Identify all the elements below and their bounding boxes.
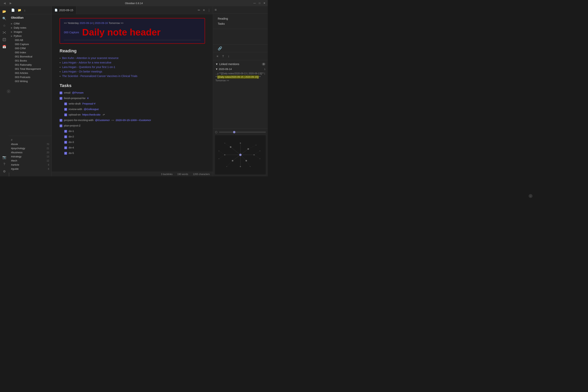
task-colleague-link[interactable]: @Colleague — [84, 108, 99, 111]
tag-strategy[interactable]: #strategy 13 — [8, 154, 52, 158]
svg-point-31 — [247, 148, 249, 150]
tag-business[interactable]: #business 20 — [8, 150, 52, 154]
nav-prefix: << Yesterday — [64, 22, 79, 24]
sidebar-item-001books[interactable]: 001 Books — [8, 58, 52, 63]
task-person-link[interactable]: @Person — [72, 91, 84, 94]
new-folder-button[interactable]: 📁 — [17, 8, 22, 12]
reading-heading: Reading — [60, 48, 205, 54]
calendar-icon[interactable]: 📅 — [1, 44, 8, 50]
camera-icon[interactable]: 📷 — [1, 154, 8, 160]
tag-psychology[interactable]: #psychology 21 — [8, 146, 52, 150]
edit-button[interactable]: ✏ — [197, 8, 201, 13]
task-customer-link[interactable]: @Customer — [95, 118, 110, 122]
help-icon[interactable]: ? — [1, 161, 8, 168]
task-checkbox[interactable] — [60, 97, 62, 100]
editor-area[interactable]: << Yesterday 2020-09-14 | 2020-09-16 Tom… — [52, 14, 213, 172]
sidebar-item-001biomedical[interactable]: 001 Biomedical — [8, 54, 52, 58]
tag-label: #article — [11, 163, 19, 166]
sidebar-item-images[interactable]: ▶ Images — [8, 30, 52, 34]
reading-link-3[interactable]: Lara Hogan - Questions for your first 1-… — [62, 66, 115, 68]
lm-entry-date-link[interactable]: ▼ 2020-09-14 — [216, 68, 232, 70]
task-checkbox[interactable] — [64, 102, 67, 105]
nav-links: << Yesterday 2020-09-14 | 2020-09-16 Tom… — [64, 22, 201, 24]
more-options-button[interactable]: ⋮ — [207, 8, 211, 13]
sidebar-item-003writing[interactable]: 003 Writing — [8, 79, 52, 83]
task-checkbox[interactable] — [60, 119, 62, 122]
tag-guide[interactable]: #guide 8 — [8, 167, 52, 171]
open-folder-icon[interactable]: 📂 — [1, 8, 8, 14]
file-label: 001 Biomedical — [15, 55, 32, 58]
maximize-button[interactable]: □ — [259, 2, 260, 4]
sidebar-item-000ab[interactable]: 000 AB — [8, 38, 52, 42]
reading-link-1[interactable]: Ben Kuhn - Attention is your scarcest re… — [62, 56, 118, 60]
sidebar-collapse-button[interactable]: ‹ — [7, 90, 10, 93]
nav-forward-button[interactable]: ▶ — [8, 1, 13, 5]
bullet-icon: • — [60, 75, 60, 78]
task-url-link[interactable]: https://web.site — [82, 113, 100, 116]
nav-back-button[interactable]: ◀ — [2, 1, 7, 5]
graph-zoom-slider[interactable] — [219, 132, 266, 132]
sidebar-item-000capture[interactable]: 000 Capture — [8, 42, 52, 46]
tag-label: #tech — [11, 159, 17, 162]
minimize-button[interactable]: — — [254, 2, 256, 4]
sidebar-item-daily-notes[interactable]: ▶ Daily notes — [8, 26, 52, 30]
task-checkbox[interactable] — [64, 130, 67, 133]
task-meeting-link[interactable]: 2020-09-15-1000 - Customer — [116, 118, 151, 122]
active-tab[interactable]: 📄 2020-09-15 — [52, 6, 76, 14]
tag-tech[interactable]: #tech 12 — [8, 158, 52, 163]
sidebar-scrollbar[interactable] — [8, 172, 10, 176]
reading-link-5[interactable]: The Scientist - Personalized Cancer Vacc… — [62, 74, 138, 78]
star-icon[interactable]: ☆ — [1, 22, 8, 28]
graph-view-icon[interactable] — [1, 30, 8, 36]
sidebar-item-001totalmanagement[interactable]: 001 Total Management — [8, 67, 52, 71]
linked-mentions-header: ▼ Linked mentions 3 — [216, 62, 266, 66]
task-checkbox[interactable] — [64, 108, 67, 111]
sidebar-item-002articles[interactable]: 002 Articles — [8, 71, 52, 75]
task-checkbox[interactable] — [64, 141, 67, 144]
reading-link-2[interactable]: Lara Hogan - Advice for a new executive — [62, 61, 111, 64]
text-format-button[interactable]: T — [221, 54, 225, 58]
right-panel-outline: Reading Tasks — [213, 14, 268, 29]
sidebar-item-003podcasts[interactable]: 003 Podcasts — [8, 75, 52, 79]
sidebar-item-crm[interactable]: ▶ CRM — [8, 22, 52, 26]
new-file-button[interactable]: 📄 — [10, 8, 16, 12]
sidebar-item-001rationality[interactable]: 001 Rationality — [8, 63, 52, 67]
reading-item-3: • Lara Hogan - Questions for your first … — [60, 65, 205, 70]
capture-link[interactable]: 000 Capture — [64, 31, 79, 34]
settings-icon[interactable]: ⚙ — [1, 168, 8, 174]
task-proposaly-link[interactable]: Proposal Y — [82, 102, 96, 105]
task-checkbox[interactable] — [60, 124, 62, 127]
search-icon[interactable]: 🔍 — [1, 15, 8, 22]
reading-link-4[interactable]: Lara Hogan - On better meetings — [62, 70, 102, 73]
close-tab-button[interactable]: ✕ — [202, 8, 206, 13]
sidebar-item-000crm[interactable]: 000 CRM — [8, 46, 52, 50]
task-checkbox[interactable] — [64, 114, 67, 116]
svg-line-6 — [4, 32, 6, 32]
template-icon[interactable] — [1, 36, 8, 43]
sidebar-item-000index[interactable]: 000 Index — [8, 50, 52, 54]
close-button[interactable]: ✕ — [264, 2, 266, 4]
outline-tasks-item[interactable]: Tasks — [216, 21, 264, 26]
file-label: 000 Index — [15, 51, 26, 54]
outline-icon[interactable]: ≡ — [214, 8, 217, 12]
task-text: email — [64, 91, 70, 94]
outline-reading-item[interactable]: Reading — [216, 16, 264, 21]
tag-book[interactable]: #book 70 — [8, 142, 52, 146]
task-proposal-link[interactable]: ¥ — [87, 97, 89, 100]
task-checkbox[interactable] — [64, 136, 67, 138]
sort-mentions-button[interactable]: ↕ — [227, 54, 231, 58]
task-checkbox[interactable] — [64, 146, 67, 149]
sort-button[interactable]: ↕ — [24, 8, 26, 12]
file-label: 002 Articles — [15, 72, 28, 74]
backlinks-icon[interactable]: 🔗 — [216, 45, 224, 52]
task-checkbox[interactable] — [64, 152, 67, 155]
tag-article[interactable]: #article 8 — [8, 163, 52, 167]
graph-canvas — [215, 135, 266, 174]
folder-label: Daily notes — [14, 26, 26, 29]
list-view-button[interactable]: ≡ — [216, 54, 220, 58]
reading-item-1: • Ben Kuhn - Attention is your scarcest … — [60, 56, 205, 60]
prev-date-link[interactable]: 2020-09-14 — [80, 22, 93, 24]
next-date-link[interactable]: 2020-09-16 — [95, 22, 108, 24]
sidebar-item-python[interactable]: ▶ Python — [8, 34, 52, 38]
task-checkbox[interactable] — [60, 92, 62, 94]
